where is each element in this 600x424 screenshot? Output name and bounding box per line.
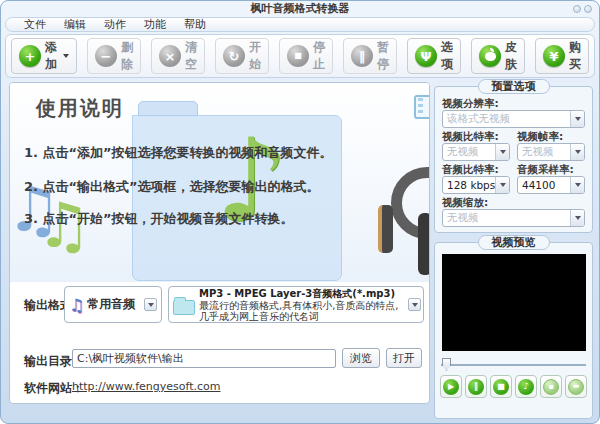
format-desc: 最流行的音频格式,具有体积小,音质高的特点,几乎成为网上音乐的代名词: [199, 301, 408, 322]
menu-item-help[interactable]: 帮助: [175, 17, 215, 32]
volume-button[interactable]: ♪: [515, 375, 537, 398]
website-link[interactable]: http://www.fengyesoft.com: [72, 380, 221, 393]
video-scale-label: 视频缩放:: [442, 196, 585, 209]
add-button-label: 添加: [45, 39, 57, 73]
menu-item-action[interactable]: 动作: [95, 17, 135, 32]
audio-bitrate-label: 音频比特率:: [442, 163, 510, 176]
options-button-label: 选项: [441, 39, 453, 73]
open-file-button[interactable]: ▬: [565, 375, 587, 398]
video-preview-screen: [442, 254, 586, 351]
minimize-button[interactable]: [573, 5, 581, 13]
frame-rate-dropdown[interactable]: 无视频: [517, 143, 585, 161]
money-icon: ¥: [543, 45, 565, 67]
menu-item-function[interactable]: 功能: [135, 17, 175, 32]
seek-track: [441, 364, 586, 366]
tools-icon: Ψ: [415, 45, 437, 67]
instruction-step-2: 2. 点击“输出格式”选项框，选择您要输出的格式。: [24, 178, 320, 196]
format-select-dropdown[interactable]: MP3 - MPEG Layer-3音频格式(*.mp3) 最流行的音频格式,具…: [168, 286, 424, 323]
video-bitrate-dropdown[interactable]: 无视频: [442, 143, 510, 161]
dropdown-button[interactable]: [570, 210, 584, 226]
chevron-down-icon: [148, 303, 154, 307]
stop-icon: ■: [493, 379, 509, 395]
chevron-down-icon: [412, 303, 418, 307]
chevron-down-icon: [63, 54, 69, 58]
headphones-art: [378, 205, 393, 253]
resolution-dropdown[interactable]: 该格式无视频: [442, 110, 585, 128]
dropdown-button[interactable]: [495, 144, 509, 160]
chevron-down-icon: [500, 183, 506, 187]
options-button[interactable]: Ψ 选项: [407, 38, 461, 74]
menu-item-edit[interactable]: 编辑: [55, 17, 95, 32]
output-dir-input[interactable]: [72, 349, 336, 368]
frame-rate-value: 无视频: [522, 145, 554, 159]
chevron-down-icon: [575, 183, 581, 187]
buy-button-label: 购买: [569, 39, 581, 73]
apple-icon: [479, 45, 501, 67]
volume-icon: ♪: [518, 379, 534, 395]
instruction-step-1: 1. 点击“添加”按钮选择您要转换的视频和音频文件。: [24, 144, 333, 162]
app-window: 枫叶音频格式转换器 文件 编辑 动作 功能 帮助 + 添加 − 删除 × 清空 …: [0, 0, 600, 424]
pause-button[interactable]: ‖ 暂停: [343, 38, 397, 74]
snapshot-icon: ▪: [543, 379, 559, 395]
delete-button-label: 删除: [121, 39, 133, 73]
close-button[interactable]: [584, 5, 592, 13]
frame-rate-label: 视频帧率:: [517, 130, 585, 143]
menu-item-file[interactable]: 文件: [15, 17, 55, 32]
play-button[interactable]: ▶: [440, 375, 462, 398]
sample-rate-dropdown[interactable]: 44100: [517, 176, 585, 194]
film-strip-icon: [414, 95, 429, 119]
headphones-art: [418, 213, 429, 275]
video-preview-group: 视频预览 ▶ ‖ ■ ♪ ▪ ▬: [434, 242, 593, 419]
video-preview-title: 视频预览: [478, 235, 550, 250]
browse-button[interactable]: 浏览: [342, 348, 380, 368]
seek-slider[interactable]: [441, 358, 586, 372]
pause-button-label: 暂停: [377, 39, 389, 73]
video-scale-value: 无视频: [447, 211, 479, 225]
play-icon: ▶: [443, 379, 459, 395]
video-bitrate-value: 无视频: [447, 145, 479, 159]
pause-bars-icon: ‖: [351, 45, 373, 67]
audio-bitrate-value: 128 kbps: [447, 179, 495, 191]
dropdown-button[interactable]: [570, 177, 584, 193]
delete-button[interactable]: − 删除: [87, 38, 141, 74]
stop-button[interactable]: ■: [490, 375, 512, 398]
minus-icon: −: [95, 45, 117, 67]
stop-button[interactable]: ■ 停止: [279, 38, 333, 74]
seek-thumb[interactable]: [442, 358, 451, 371]
dropdown-button[interactable]: [408, 298, 421, 311]
file-icon: ▬: [568, 379, 584, 395]
clear-button[interactable]: × 清空: [151, 38, 205, 74]
preset-options-title: 预置选项: [478, 79, 550, 94]
plus-icon: +: [19, 45, 41, 67]
clear-button-label: 清空: [185, 39, 197, 73]
buy-button[interactable]: ¥ 购买: [535, 38, 589, 74]
open-button[interactable]: 打开: [386, 348, 422, 368]
cross-icon: ×: [159, 45, 181, 67]
start-button-label: 开始: [249, 39, 261, 73]
dropdown-button[interactable]: [144, 298, 157, 311]
audio-bitrate-dropdown[interactable]: 128 kbps: [442, 176, 510, 194]
stop-square-icon: ■: [287, 45, 309, 67]
sample-rate-value: 44100: [522, 179, 555, 191]
format-title: MP3 - MPEG Layer-3音频格式(*.mp3): [199, 287, 408, 301]
pause-button[interactable]: ‖: [465, 375, 487, 398]
dropdown-button[interactable]: [495, 177, 509, 193]
add-button[interactable]: + 添加: [11, 38, 77, 74]
video-scale-dropdown[interactable]: 无视频: [442, 209, 585, 227]
preset-options-group: 预置选项 视频分辨率: 该格式无视频 视频比特率: 视频帧率: 无视频 无视频 …: [434, 86, 593, 233]
instructions-title: 使用说明: [36, 95, 124, 122]
snapshot-button[interactable]: ▪: [540, 375, 562, 398]
start-button[interactable]: ↻ 开始: [215, 38, 269, 74]
dropdown-button[interactable]: [570, 111, 584, 127]
instruction-step-3: 3. 点击“开始”按钮，开始视频音频文件转换。: [24, 210, 294, 228]
format-category-dropdown[interactable]: ♫ 常用音频: [64, 286, 162, 323]
music-note-icon: ♫: [69, 295, 84, 315]
chevron-down-icon: [575, 216, 581, 220]
dropdown-button[interactable]: [570, 144, 584, 160]
skin-button[interactable]: 皮肤: [471, 38, 525, 74]
sample-rate-label: 音频采样率:: [517, 163, 585, 176]
chevron-down-icon: [575, 150, 581, 154]
video-bitrate-label: 视频比特率:: [442, 130, 510, 143]
skin-button-label: 皮肤: [505, 39, 517, 73]
window-title: 枫叶音频格式转换器: [251, 2, 350, 15]
